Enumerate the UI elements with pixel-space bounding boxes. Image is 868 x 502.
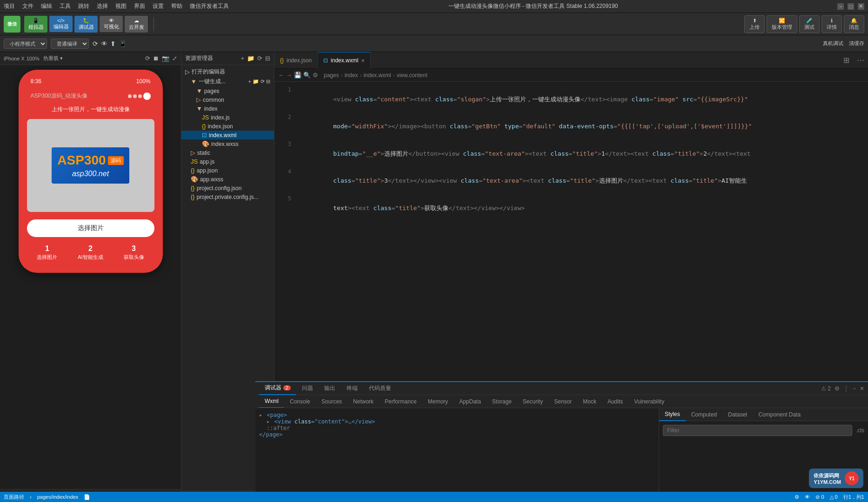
folder-static[interactable]: ▷ static: [181, 148, 274, 157]
sub-tab-network[interactable]: Network: [347, 395, 379, 408]
editor-button[interactable]: </> 编辑器: [49, 16, 73, 32]
sub-tab-security[interactable]: Security: [517, 395, 548, 408]
file-root-folder[interactable]: ▼ 一键生成... + 📁 ⟳ ⊟: [181, 77, 274, 86]
maximize-button[interactable]: □: [848, 3, 854, 10]
window-controls[interactable]: − □ ✕: [837, 3, 864, 10]
editor-split-icon[interactable]: ⊞: [840, 56, 853, 65]
file-collapse-icon[interactable]: ⊟: [265, 55, 270, 62]
phone-select-btn[interactable]: 选择图片: [27, 219, 154, 237]
file-app-json[interactable]: {} app.json: [181, 166, 274, 175]
notify-button[interactable]: 🔔 消息: [844, 15, 864, 33]
file-index-wxss[interactable]: 🎨 index.wxss: [181, 139, 274, 148]
search-icon[interactable]: 🔍: [303, 72, 311, 79]
phone-icon[interactable]: 📱: [119, 40, 127, 47]
devtools-tab-output[interactable]: 输出: [319, 382, 341, 395]
menu-jump[interactable]: 跳转: [78, 2, 89, 10]
file-open-editors[interactable]: ▷ 打开的编辑器: [181, 67, 274, 77]
menu-project[interactable]: 项目: [4, 2, 15, 10]
devtools-close-icon[interactable]: ✕: [860, 385, 864, 392]
menu-bar[interactable]: 项目 文件 编辑 工具 跳转 选择 视图 界面 设置 帮助 微信开发者工具: [4, 2, 229, 10]
folder-common[interactable]: ▷ common: [181, 95, 274, 104]
simulator-button[interactable]: 📱 模拟器: [24, 16, 47, 33]
phone-record-btn[interactable]: [143, 92, 151, 100]
save-icon[interactable]: 💾: [294, 72, 301, 79]
sim-stop-icon[interactable]: ⏹: [153, 55, 159, 62]
status-settings-icon[interactable]: ⚙: [795, 494, 799, 500]
menu-tool[interactable]: 工具: [60, 2, 71, 10]
go-forward-icon[interactable]: →: [286, 72, 292, 79]
sub-tab-sources[interactable]: Sources: [316, 395, 347, 408]
upload-small-icon[interactable]: ⬆: [110, 40, 116, 47]
file-folder-icon[interactable]: 📁: [247, 55, 254, 62]
debug-button[interactable]: 🐛 调试器: [74, 16, 98, 33]
sub-tab-console[interactable]: Console: [284, 395, 316, 408]
right-tab-computed[interactable]: Computed: [686, 408, 722, 421]
right-tab-styles[interactable]: Styles: [659, 408, 686, 421]
menu-settings[interactable]: 设置: [153, 2, 164, 10]
menu-edit[interactable]: 编辑: [41, 2, 52, 10]
sub-tab-performance[interactable]: Performance: [379, 395, 422, 408]
format-icon[interactable]: ⚙: [313, 72, 318, 79]
right-tab-dataset[interactable]: Dataset: [722, 408, 753, 421]
devtools-settings-icon[interactable]: ⚙: [835, 385, 840, 392]
sub-tab-wxml[interactable]: Wxml: [259, 395, 284, 408]
test-button[interactable]: 🧪 测试: [799, 15, 820, 33]
editor-more-icon[interactable]: ⋯: [853, 56, 868, 65]
refresh-icon[interactable]: ⟳: [93, 40, 98, 47]
upload-button[interactable]: ⬆ 上传: [744, 15, 765, 33]
file-project-private[interactable]: {} project.private.config.js...: [181, 192, 274, 201]
right-tab-component-data[interactable]: Component Data: [753, 408, 806, 421]
devtools-tab-issue[interactable]: 问题: [296, 382, 319, 395]
realtest-btn[interactable]: 真机调试: [823, 40, 843, 47]
minimize-button[interactable]: −: [837, 3, 844, 10]
tab-close-icon[interactable]: ✕: [361, 58, 365, 63]
sim-expand-icon[interactable]: ⤢: [172, 55, 177, 62]
filter-input[interactable]: [663, 425, 852, 436]
tab-index-wxml[interactable]: ⊡ index.wxml ✕: [318, 52, 371, 69]
go-back-icon[interactable]: ←: [278, 72, 284, 79]
devtools-more-icon[interactable]: ⋮: [843, 385, 849, 392]
devtools-minimize-icon[interactable]: −: [853, 385, 856, 392]
version-button[interactable]: 🔀 版本管理: [767, 15, 797, 33]
sub-tab-sensor[interactable]: Sensor: [548, 395, 577, 408]
sub-tab-audits[interactable]: Audits: [602, 395, 628, 408]
menu-view[interactable]: 视图: [115, 2, 127, 10]
devtools-tab-debug[interactable]: 调试器 2: [259, 382, 296, 395]
sub-tab-storage[interactable]: Storage: [487, 395, 517, 408]
devtools-tab-quality[interactable]: 代码质量: [363, 382, 397, 395]
sim-screenshot-icon[interactable]: 📷: [162, 55, 169, 62]
menu-help[interactable]: 帮助: [171, 2, 182, 10]
sub-tab-vulnerability[interactable]: Vulnerability: [628, 395, 670, 408]
menu-devtools[interactable]: 微信开发者工具: [190, 2, 229, 10]
file-index-wxml[interactable]: ⊡ index.wxml: [181, 131, 274, 139]
preview-icon[interactable]: 👁: [101, 40, 107, 47]
mode-select[interactable]: 小程序模式: [4, 39, 47, 49]
folder-pages[interactable]: ▼ pages: [181, 86, 274, 95]
file-new-icon[interactable]: +: [240, 55, 244, 62]
sub-tab-mock[interactable]: Mock: [577, 395, 602, 408]
cloud-button[interactable]: ☁ 云开发: [125, 16, 148, 33]
clearcache-btn[interactable]: 清缓存: [849, 40, 864, 47]
expand-view-icon[interactable]: ▸: [267, 418, 270, 425]
expand-page-icon[interactable]: ▸: [259, 412, 262, 418]
file-app-js[interactable]: JS app.js: [181, 157, 274, 166]
sub-tab-memory[interactable]: Memory: [422, 395, 454, 408]
menu-interface[interactable]: 界面: [134, 2, 145, 10]
hotpatch-btn[interactable]: 热重载 ▾: [43, 55, 63, 62]
detail-button[interactable]: ℹ 详情: [821, 15, 842, 33]
close-button[interactable]: ✕: [858, 3, 864, 10]
file-project-config[interactable]: {} project.config.json: [181, 184, 274, 192]
menu-select[interactable]: 选择: [97, 2, 108, 10]
file-refresh-icon[interactable]: ⟳: [257, 55, 262, 62]
tab-index-json[interactable]: {} index.json: [274, 52, 318, 69]
folder-index[interactable]: ▼ index: [181, 104, 274, 113]
visual-button[interactable]: 👁 可视化: [100, 16, 123, 32]
menu-file[interactable]: 文件: [22, 2, 33, 10]
file-app-wxss[interactable]: 🎨 app.wxss: [181, 175, 274, 184]
compile-select[interactable]: 普通编译: [51, 39, 89, 49]
sim-refresh-icon[interactable]: ⟳: [145, 55, 150, 62]
file-index-js[interactable]: JS index.js: [181, 113, 274, 122]
devtools-tab-terminal[interactable]: 终端: [341, 382, 363, 395]
file-index-json[interactable]: {} index.json: [181, 122, 274, 131]
sub-tab-appdata[interactable]: AppData: [454, 395, 487, 408]
